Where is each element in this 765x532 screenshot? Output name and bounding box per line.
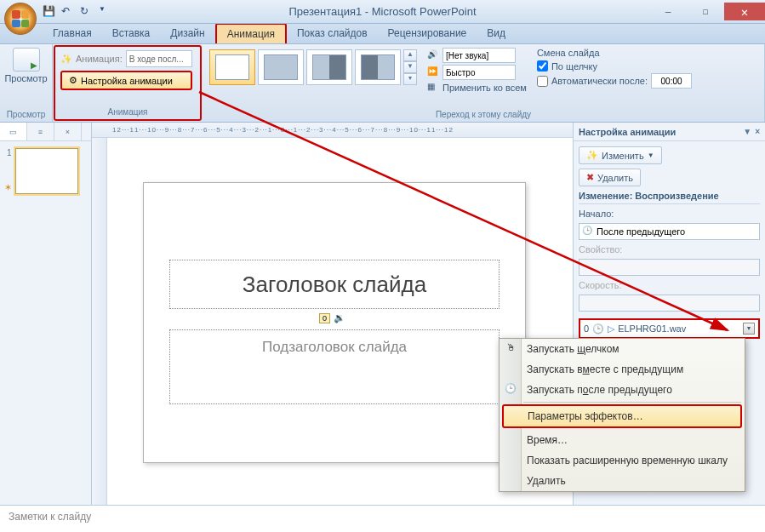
property-label: Свойство: [579,244,760,255]
on-click-checkbox[interactable]: По щелчку [537,60,692,72]
delete-icon: ✖ [586,172,594,183]
slide-canvas[interactable]: Заголовок слайда 0 🔉 Подзаголовок слайда [143,182,526,463]
speed-icon: ⏩ [427,66,439,78]
tab-home[interactable]: Главная [43,24,102,43]
preview-button[interactable]: Просмотр [7,48,46,83]
ribbon: Просмотр Просмотр ✨ Анимация: ⚙ Настройк… [0,44,765,123]
animation-star-icon: ✶ [4,182,12,193]
window-title: Презентация1 - Microsoft PowerPoint [288,5,476,18]
minimize-button[interactable]: — [649,3,687,20]
transition-thumb[interactable] [355,49,401,85]
speed-label: Скорость: [579,280,760,290]
ctx-remove[interactable]: Удалить [500,471,745,491]
slides-panel: ▭ ≡ × 1 ✶ [0,123,92,505]
change-effect-button[interactable]: ✨Изменить ▼ [579,146,662,164]
slide-thumbnail[interactable]: 1 ✶ [7,148,84,194]
slides-tab[interactable]: ▭ [0,123,27,140]
taskpane-dropdown-icon[interactable]: ▼ [743,127,751,136]
start-label: Начало: [579,209,760,219]
save-icon[interactable]: 💾 [43,5,56,19]
notes-pane[interactable]: Заметки к слайду [0,505,765,532]
redo-icon[interactable]: ↻ [80,5,94,19]
effect-dropdown-button[interactable]: ▾ [743,323,755,335]
transition-gallery[interactable]: ▲▼▾ [208,48,419,87]
speed-select [579,295,760,312]
ctx-start-with-previous[interactable]: Запускать вместе с предыдущим [500,359,745,380]
subtitle-placeholder[interactable]: Подзаголовок слайда [169,329,500,404]
tab-slideshow[interactable]: Показ слайдов [287,24,378,43]
undo-icon[interactable]: ↶ [61,5,75,19]
effect-order-badge: 0 [319,313,330,323]
animate-label: Анимация: [76,54,123,64]
transition-thumb[interactable] [258,49,304,85]
gear-icon: ⚙ [69,75,77,86]
animate-icon: ✨ [60,54,72,65]
sound-icon: 🔊 [427,49,439,61]
tab-view[interactable]: Вид [477,24,516,43]
clock-icon: 🕒 [592,323,604,335]
taskpane-title: Настройка анимации [579,127,676,137]
auto-after-time[interactable] [651,73,692,89]
clock-icon: 🕒 [504,383,517,397]
auto-after-checkbox[interactable]: Автоматически после: [537,73,692,89]
tab-design[interactable]: Дизайн [160,24,214,43]
animate-select[interactable] [126,50,192,67]
quick-access-toolbar: 💾 ↶ ↻ ▼ [43,5,112,19]
tab-animation[interactable]: Анимация [215,23,287,43]
ctx-start-on-click[interactable]: 🖱Запускать щелчком [500,339,745,359]
ribbon-tabs: Главная Вставка Дизайн Анимация Показ сл… [0,24,765,44]
transition-speed-select[interactable] [442,65,516,80]
ruler-horizontal: 12···11···10···9···8···7···6···5···4···3… [92,123,573,138]
panel-close[interactable]: × [54,123,82,140]
taskpane-close-icon[interactable]: × [755,127,760,136]
group-animation-label: Анимация [60,106,195,117]
transition-sound-select[interactable] [442,48,516,63]
speaker-icon[interactable]: 🔉 [334,312,345,323]
maximize-button[interactable]: ☐ [687,3,724,20]
start-select[interactable] [579,223,760,240]
property-select [579,259,760,276]
outline-tab[interactable]: ≡ [27,123,54,140]
apply-to-all-button[interactable]: ▦Применить ко всем [427,82,527,94]
ctx-timing[interactable]: Время… [500,430,745,450]
star-icon: ✨ [586,150,598,161]
qat-more-icon[interactable]: ▼ [99,5,112,19]
mouse-icon: 🖱 [504,342,517,356]
title-placeholder[interactable]: Заголовок слайда [169,260,500,309]
gallery-more[interactable]: ▲▼▾ [403,49,417,85]
tab-insert[interactable]: Вставка [102,24,161,43]
office-button[interactable] [4,3,37,35]
apply-all-icon: ▦ [427,82,439,94]
preview-icon [13,48,40,72]
transition-thumb[interactable] [306,49,352,85]
clock-icon: 🕒 [582,226,592,235]
play-icon: ▷ [608,323,614,335]
ctx-start-after-previous[interactable]: 🕒Запускать после предыдущего [500,380,745,400]
ruler-vertical [92,138,107,505]
ctx-show-timeline[interactable]: Показать расширенную временную шкалу [500,450,745,471]
transition-none[interactable] [209,49,255,85]
custom-animation-button[interactable]: ⚙ Настройка анимации [60,71,192,90]
effect-list-item[interactable]: 0 🕒 ▷ ELPHRG01.wav ▾ [579,318,760,339]
ctx-effect-options[interactable]: Параметры эффектов… [502,404,742,428]
delete-effect-button[interactable]: ✖Удалить [579,169,641,186]
group-transition-label: Переход к этому слайду [208,108,759,120]
close-button[interactable]: ✕ [724,3,765,20]
effect-context-menu: 🖱Запускать щелчком Запускать вместе с пр… [499,338,745,492]
tab-review[interactable]: Рецензирование [378,24,477,43]
group-preview-label: Просмотр [5,108,47,120]
advance-title: Смена слайда [537,48,692,58]
modify-section-label: Изменение: Воспроизведение [579,191,760,204]
